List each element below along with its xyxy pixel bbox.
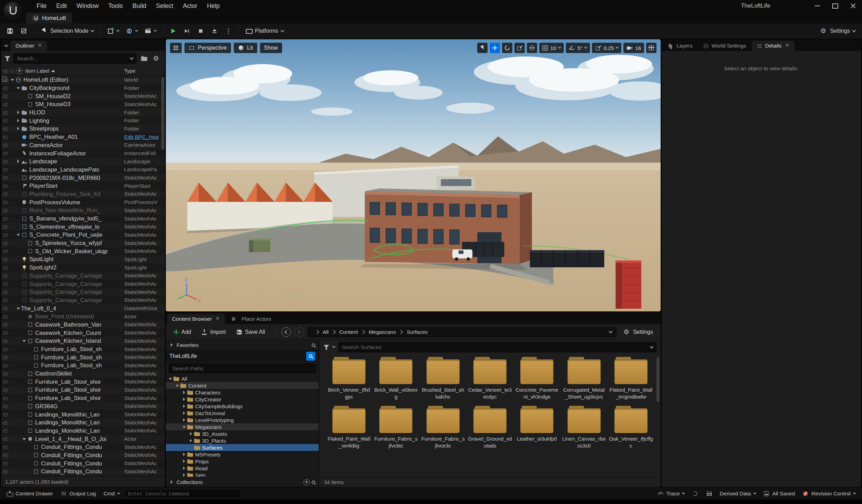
play-options-button[interactable] [222,25,235,37]
path-history-icon[interactable] [609,329,613,333]
close-button[interactable] [844,0,862,12]
asset-folder-item[interactable]: Furniture_Fabric_sjfvcbtc [374,408,418,449]
menu-item[interactable]: Edit [51,0,72,12]
asset-folder-item[interactable]: Cedar_Veneer_te3ecdyc [468,359,512,400]
expand-arrow-icon[interactable] [22,428,27,433]
visibility-eye-icon[interactable] [2,379,9,384]
path-search-toggle[interactable] [306,352,315,361]
expand-arrow-icon[interactable] [175,383,180,388]
platforms-dropdown[interactable]: Platforms [242,25,287,37]
outliner-row[interactable]: The_Loft_0_4 DatasmithSce [1,304,165,312]
expand-arrow-icon[interactable] [189,445,194,450]
grid-snap-control[interactable]: 10 [539,43,564,53]
expand-arrow-icon[interactable] [22,322,27,327]
quick-add-button[interactable] [104,25,122,37]
browse-content-button[interactable] [17,25,30,37]
expand-arrow-icon[interactable] [22,404,27,409]
asset-folder-item[interactable]: Furniture_Fabric_sjfvce3c [421,408,465,449]
folder-tree-row[interactable]: DazToUnreal [166,410,319,416]
expand-arrow-icon[interactable] [28,461,33,466]
folder-tree-row[interactable]: CityCreator [166,396,319,403]
viewport[interactable]: Perspective Lit Show [166,39,661,311]
folder-tree-row[interactable]: Content [166,382,319,389]
outliner-tab[interactable]: Outliner [11,41,47,51]
settings-dropdown[interactable]: Settings [817,25,859,37]
right-panel-tab[interactable]: Layers [663,41,698,51]
asset-folder-item[interactable]: Leather_oi3ukfp0 [515,408,559,449]
save-all-button[interactable]: Save All [233,327,269,338]
rotate-tool-button[interactable] [502,43,512,53]
visibility-eye-icon[interactable] [2,395,9,401]
expand-arrow-icon[interactable] [22,314,27,319]
insights-button[interactable] [689,489,701,498]
level-tab[interactable]: HomeLoft [26,13,72,23]
type-column[interactable]: Type [124,68,165,74]
save-button[interactable] [3,25,17,37]
asset-folder-item[interactable]: Flaked_Paint_Wall_ve4ldiig [327,408,371,449]
expand-arrow-icon[interactable] [169,342,174,348]
show-dropdown[interactable]: Show [260,43,282,53]
skip-button[interactable] [180,25,193,37]
expand-arrow-icon[interactable] [28,363,33,368]
outliner-settings-button[interactable] [152,54,161,63]
expand-arrow-icon[interactable] [182,411,187,416]
close-icon[interactable] [784,43,790,49]
expand-arrow-icon[interactable] [22,330,27,336]
unreal-logo-icon[interactable] [4,2,21,19]
outliner-search-input[interactable] [13,53,137,64]
blueprints-button[interactable] [123,25,141,37]
folder-tree-row[interactable]: Props [166,458,319,465]
visibility-eye-icon[interactable] [2,412,9,417]
project-root-row[interactable]: TheLoftLife [166,350,319,362]
place-actors-tab[interactable]: Place Actors [225,314,276,324]
content-drawer-button[interactable]: Content Drawer [3,489,56,498]
expand-arrow-icon[interactable] [22,338,27,343]
trace-dropdown[interactable]: Trace [654,489,688,498]
expand-arrow-icon[interactable] [182,466,187,471]
visibility-eye-icon[interactable] [2,444,9,450]
favorites-section[interactable]: Favorites [166,340,319,350]
derived-data-dropdown[interactable]: Derived Data [716,489,759,498]
visibility-eye-icon[interactable] [2,363,9,368]
expand-arrow-icon[interactable] [22,436,27,442]
chevron-down-icon[interactable] [332,345,335,348]
menu-item[interactable]: Tools [103,0,128,12]
cmd-dropdown[interactable]: Cmd [100,489,123,498]
visibility-eye-icon[interactable] [2,330,9,336]
expand-arrow-icon[interactable] [169,480,174,485]
asset-folder-item[interactable]: Brick_Wall_vi0leexg [374,359,418,400]
folder-tree-row[interactable]: Megascans [166,423,319,430]
item-label-column[interactable]: Item Label [23,68,124,74]
perspective-dropdown[interactable]: Perspective [184,43,231,53]
filter-icon[interactable] [4,56,10,61]
outliner-scrollbar[interactable] [161,77,164,150]
move-tool-button[interactable] [490,43,500,53]
folder-tree-row[interactable]: Road [166,465,319,472]
visibility-eye-icon[interactable] [2,420,9,425]
expand-arrow-icon[interactable] [168,376,173,381]
expand-arrow-icon[interactable] [182,397,187,402]
folder-tree-row[interactable]: 3D_Assets [166,430,319,437]
rotation-snap-control[interactable]: 5° [566,43,590,53]
output-log-button[interactable]: Output Log [58,489,99,498]
folder-tree-row[interactable]: CitySampleBuildings [166,403,319,410]
add-button[interactable]: Add [170,327,194,338]
menu-item[interactable]: Select [151,0,178,12]
expand-arrow-icon[interactable] [28,444,33,450]
unloaded-column-icon[interactable] [9,68,16,74]
expand-arrow-icon[interactable] [28,347,33,352]
coordinate-space-button[interactable] [527,43,537,53]
search-paths-input[interactable] [169,363,316,373]
import-button[interactable]: Import [198,327,229,338]
expand-arrow-icon[interactable] [22,412,27,417]
expand-arrow-icon[interactable] [182,390,187,395]
asset-folder-item[interactable]: Oak_Veneer_tfjcffgc [609,408,653,449]
breadcrumb-item[interactable]: Megascans [358,329,396,335]
editor-mode-dropdown[interactable]: Selection Mode [38,25,97,37]
new-folder-button[interactable] [139,54,149,63]
visibility-eye-icon[interactable] [2,403,9,409]
visibility-eye-icon[interactable] [2,469,9,474]
folder-tree-row[interactable]: 3D_Plants [166,437,319,444]
menu-item[interactable]: Actor [178,0,202,12]
pin-column-icon[interactable] [16,66,23,76]
